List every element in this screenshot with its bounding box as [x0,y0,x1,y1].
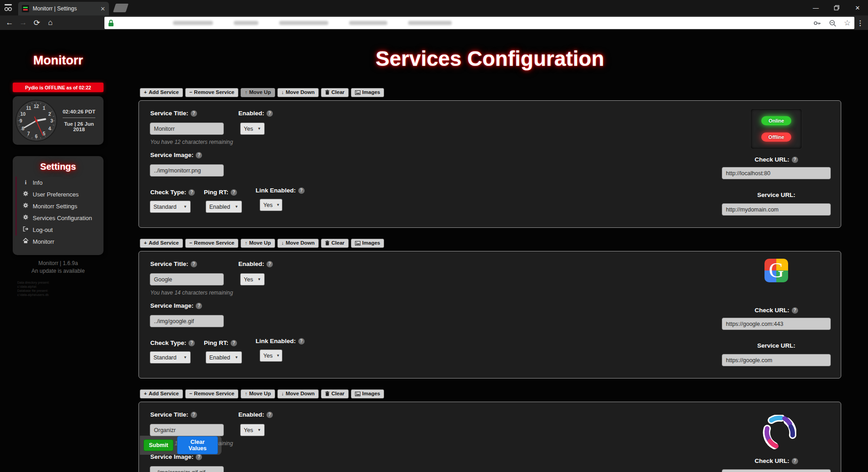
help-icon[interactable]: ? [196,152,202,158]
window-close-button[interactable]: ✕ [847,0,868,15]
arrow-down-icon: ↓ [281,90,284,95]
help-icon[interactable]: ? [191,261,197,267]
browser-menu-icon[interactable]: ⋮ [854,17,866,29]
svg-text:12: 12 [34,103,39,108]
service-panel-google: Service Title:? Enabled:? Yes▼ You have … [138,251,841,379]
clear-button[interactable]: Clear [321,239,349,248]
images-button[interactable]: Images [351,88,385,97]
chevron-down-icon: ▼ [235,355,238,359]
images-button[interactable]: Images [351,239,385,248]
plus-icon: + [144,241,147,246]
enabled-select[interactable]: Yes▼ [240,273,265,285]
enabled-select[interactable]: Yes▼ [240,424,265,436]
organizr-logo [761,415,796,450]
ping-rt-select[interactable]: Enabled▼ [206,201,242,213]
check-type-select[interactable]: Standard▼ [150,351,191,364]
window-restore-button[interactable] [826,0,847,15]
images-button[interactable]: Images [351,389,385,398]
service-url-input[interactable] [722,203,831,216]
tab-close-icon[interactable]: ✕ [100,5,105,12]
chevron-down-icon: ▼ [257,277,261,281]
service-title-input[interactable] [150,273,224,285]
incognito-icon [3,2,14,13]
help-icon[interactable]: ? [298,338,305,344]
help-icon[interactable]: ? [191,412,197,418]
address-bar[interactable]: ☆ [104,17,854,29]
service-title-input[interactable] [150,123,224,135]
svg-text:3: 3 [50,118,53,123]
forward-button[interactable]: → [17,17,29,28]
move-up-button[interactable]: ↑Move Up [241,389,275,398]
clock-time: 02:40:26 PDT [57,109,101,114]
window-minimize-button[interactable]: — [805,0,826,15]
zoom-out-icon[interactable] [829,19,837,27]
password-key-icon[interactable] [813,19,821,27]
help-icon[interactable]: ? [188,340,195,346]
help-icon[interactable]: ? [266,412,273,418]
help-icon[interactable]: ? [231,340,237,346]
link-enabled-select[interactable]: Yes▼ [260,349,282,362]
back-button[interactable]: ← [4,17,15,28]
link-enabled-label: Link Enabled:? [256,338,305,344]
add-service-button[interactable]: +Add Service [140,239,183,248]
help-icon[interactable]: ? [196,303,202,309]
sidebar-item-monitorr-settings[interactable]: Monitorr Settings [17,200,104,212]
new-tab-button[interactable] [113,4,128,12]
link-enabled-select[interactable]: Yes▼ [260,199,282,211]
help-icon[interactable]: ? [191,110,197,117]
home-icon [22,238,29,245]
service-image-input[interactable] [150,164,224,177]
move-up-button[interactable]: ↑Move Up [241,239,275,248]
remove-service-button[interactable]: −Remove Service [185,239,238,248]
home-button[interactable]: ⌂ [44,17,56,28]
check-url-input[interactable] [722,469,831,472]
service-panel-monitorr: Service Title:? Enabled:? Yes▼ You have … [138,100,841,228]
enabled-select[interactable]: Yes▼ [240,123,265,135]
gear-icon [22,191,29,198]
check-url-input[interactable] [722,167,831,179]
sidebar-item-info[interactable]: i Info [17,177,104,188]
clear-button[interactable]: Clear [321,389,349,398]
sidebar-item-logout[interactable]: Log-out [17,224,104,236]
bookmark-star-icon[interactable]: ☆ [844,18,851,28]
add-service-button[interactable]: +Add Service [140,88,183,97]
clock-divider [63,118,95,118]
check-type-select[interactable]: Standard▼ [150,201,191,213]
help-icon[interactable]: ? [792,307,798,314]
sidebar-item-monitorr-home[interactable]: Monitorr [17,236,104,247]
clear-values-button[interactable]: Clear Values [177,436,218,454]
check-url-input[interactable] [722,318,831,330]
sidebar-item-user-preferences[interactable]: User Preferences [17,188,104,200]
menu-label: User Preferences [33,191,79,198]
move-down-button[interactable]: ↓Move Down [277,88,319,97]
service-image-input[interactable] [150,315,224,327]
help-icon[interactable]: ? [792,157,798,163]
arrow-down-icon: ↓ [281,391,284,396]
add-service-button[interactable]: +Add Service [140,389,183,398]
service-url-input[interactable] [722,354,831,366]
help-icon[interactable]: ? [266,261,273,267]
help-icon[interactable]: ? [266,110,273,117]
submit-button[interactable]: Submit [143,439,173,451]
browser-tab[interactable]: Monitorr | Settings ✕ [18,2,109,15]
service-title-input[interactable] [150,424,224,436]
move-up-button[interactable]: ↑Move Up [241,88,275,97]
help-icon[interactable]: ? [188,189,195,196]
clear-button[interactable]: Clear [321,88,349,97]
help-icon[interactable]: ? [298,187,305,194]
online-status-button[interactable]: Online [761,116,791,125]
help-icon[interactable]: ? [792,458,798,464]
sidebar-item-services-configuration[interactable]: Services Configuration [17,212,104,224]
offline-status-button[interactable]: Offline [761,133,791,142]
remove-service-button[interactable]: −Remove Service [185,88,238,97]
remove-service-button[interactable]: −Remove Service [185,389,238,398]
check-type-label: Check Type:? [150,189,195,196]
service-image-input[interactable] [150,466,224,472]
move-down-button[interactable]: ↓Move Down [277,389,319,398]
move-down-button[interactable]: ↓Move Down [277,239,319,248]
ping-rt-select[interactable]: Enabled▼ [206,351,242,364]
service-toolbar-2: +Add Service −Remove Service ↑Move Up ↓M… [140,239,384,248]
arrow-up-icon: ↑ [245,90,247,95]
reload-button[interactable]: ⟳ [31,17,43,28]
help-icon[interactable]: ? [231,189,237,196]
